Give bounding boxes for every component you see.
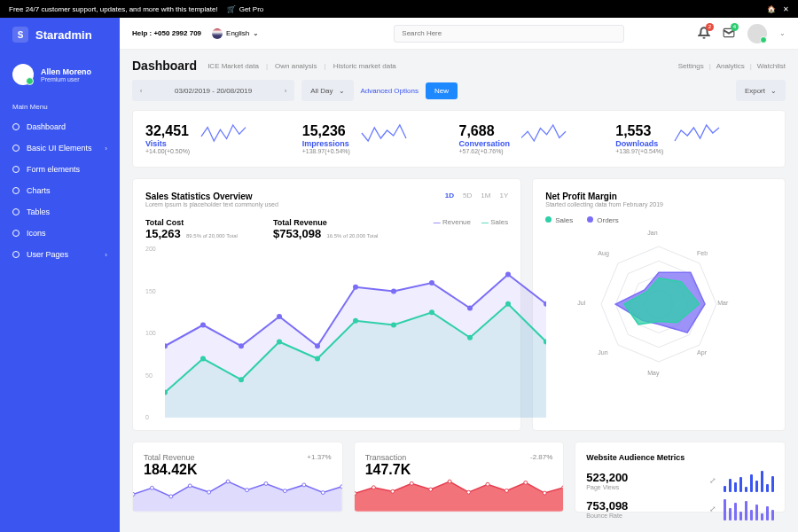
svg-point-55 xyxy=(543,491,546,495)
svg-point-49 xyxy=(428,488,432,491)
circle-icon xyxy=(12,145,20,152)
home-icon[interactable]: 🏠 xyxy=(767,5,776,13)
help-phone: Help : +050 2992 709 xyxy=(132,29,201,37)
sidebar-item-label: Tables xyxy=(27,207,50,216)
promo-bar: Free 24/7 customer support, updates, and… xyxy=(0,0,798,18)
svg-point-23 xyxy=(505,301,511,307)
analytics-link[interactable]: Analytics xyxy=(716,62,745,70)
circle-icon xyxy=(12,251,20,258)
user-role: Premium user xyxy=(41,76,91,82)
breadcrumb-item[interactable]: ICE Market data xyxy=(207,62,259,70)
expand-icon[interactable]: ⤢ xyxy=(709,476,716,485)
mini-trans-value: 147.7K xyxy=(365,462,553,478)
period-dropdown[interactable]: All Day ⌄ xyxy=(301,80,353,101)
tab-1Y[interactable]: 1Y xyxy=(499,192,508,200)
flag-icon xyxy=(212,28,223,39)
menu-label: Main Menu xyxy=(0,98,120,116)
close-icon[interactable]: ✕ xyxy=(783,5,789,13)
pageviews-label: Page Views xyxy=(586,484,628,490)
kpi-visits: 32,451 Visits +14.00(+0.50%) xyxy=(145,123,302,154)
tab-5D[interactable]: 5D xyxy=(463,192,472,200)
sidebar-item-dashboard[interactable]: Dashboard xyxy=(0,116,120,137)
legend-sales: Sales xyxy=(555,216,573,224)
mini-revenue-value: 184.42K xyxy=(144,462,332,478)
sidebar-item-form-elements[interactable]: Form elements xyxy=(0,159,120,180)
page-title: Dashboard xyxy=(132,59,197,73)
timeframe-tabs: 1D5D1M1Y xyxy=(445,192,508,200)
profit-subtitle: Started collecting data from February 20… xyxy=(545,201,772,207)
watchlist-link[interactable]: Watchlist xyxy=(757,62,786,70)
search-input[interactable] xyxy=(394,25,624,43)
messages-button[interactable]: 4 xyxy=(723,27,735,41)
sidebar-item-label: User Pages xyxy=(27,250,68,259)
radar-month-label: Jul xyxy=(577,300,585,306)
svg-point-35 xyxy=(188,484,192,488)
svg-point-8 xyxy=(391,289,396,294)
user-block[interactable]: Allen Moreno Premium user xyxy=(0,51,120,98)
svg-point-34 xyxy=(169,495,173,498)
chevron-right-icon[interactable]: › xyxy=(277,87,294,95)
svg-point-36 xyxy=(207,490,211,494)
new-button[interactable]: New xyxy=(426,82,458,99)
circle-icon xyxy=(12,166,20,173)
sidebar-item-basic-ui-elements[interactable]: Basic UI Elements › xyxy=(0,137,120,159)
avatar xyxy=(12,64,34,85)
svg-point-42 xyxy=(321,491,325,495)
user-menu[interactable] xyxy=(747,24,767,43)
circle-icon xyxy=(12,187,20,194)
notifications-button[interactable]: 2 xyxy=(698,27,710,41)
radar-month-label: Mar xyxy=(717,300,728,306)
svg-point-50 xyxy=(448,480,451,483)
sidebar-item-tables[interactable]: Tables xyxy=(0,201,120,223)
breadcrumb-item[interactable]: Historic market data xyxy=(333,62,396,70)
brand-logo[interactable]: S Staradmin xyxy=(0,18,120,51)
radar-month-label: Jan xyxy=(647,230,657,236)
svg-point-22 xyxy=(467,335,473,340)
kpi-delta: +14.00(+0.50%) xyxy=(145,148,190,154)
kpi-value: 1,553 xyxy=(615,123,663,139)
svg-point-21 xyxy=(429,309,434,315)
breadcrumb-item[interactable]: Own analysis xyxy=(275,62,317,70)
bounce-bars xyxy=(724,497,774,520)
radar-month-label: Jun xyxy=(598,349,607,356)
chevron-down-icon[interactable]: ⌄ xyxy=(779,29,786,37)
svg-point-38 xyxy=(246,489,249,492)
settings-link[interactable]: Settings xyxy=(678,62,704,70)
kpi-value: 7,688 xyxy=(459,123,511,139)
sidebar-item-icons[interactable]: Icons xyxy=(0,223,120,244)
kpi-delta: +138.97(+0.54%) xyxy=(302,148,350,154)
kpi-conversation: 7,688 Conversation +57.62(+0.76%) xyxy=(459,123,616,154)
top-header: Help : +050 2992 709 English ⌄ 2 4 ⌄ xyxy=(120,18,798,50)
tab-1D[interactable]: 1D xyxy=(445,192,454,200)
svg-point-9 xyxy=(429,280,434,286)
breadcrumb: Dashboard ICE Market data| Own analysis|… xyxy=(132,59,786,73)
sidebar: S Staradmin Allen Moreno Premium user Ma… xyxy=(0,18,120,532)
advanced-options-link[interactable]: Advanced Options xyxy=(361,87,419,95)
get-pro-link[interactable]: 🛒 Get Pro xyxy=(227,5,264,13)
radar-chart: JanFebMarAprMayJunJulAug xyxy=(545,224,772,384)
chevron-left-icon[interactable]: ‹ xyxy=(132,87,150,95)
expand-icon[interactable]: ⤢ xyxy=(709,505,716,513)
date-range-picker[interactable]: ‹ 03/02/2019 - 20/08/2019 › xyxy=(132,80,294,101)
export-label: Export xyxy=(745,87,765,95)
legend-sales: Sales xyxy=(481,218,508,226)
svg-point-52 xyxy=(486,482,489,486)
total-revenue-label: Total Revenue xyxy=(273,218,378,227)
chevron-right-icon: › xyxy=(105,145,107,153)
promo-text: Free 24/7 customer support, updates, and… xyxy=(9,5,218,13)
transaction-mini-card: Transaction 147.7K -2.87% xyxy=(354,442,565,512)
chevron-down-icon: ⌄ xyxy=(339,87,345,95)
sidebar-item-user-pages[interactable]: User Pages › xyxy=(0,244,120,265)
tab-1M[interactable]: 1M xyxy=(481,192,490,200)
radar-month-label: May xyxy=(647,370,659,376)
sidebar-item-label: Icons xyxy=(27,229,46,238)
circle-icon xyxy=(12,208,20,215)
sidebar-item-charts[interactable]: Charts xyxy=(0,180,120,201)
total-revenue-sub: 16.5% of 20,000 Total xyxy=(326,233,378,239)
svg-point-39 xyxy=(264,482,268,486)
svg-point-3 xyxy=(200,323,206,328)
bounce-label: Bounce Rate xyxy=(586,512,628,519)
svg-point-4 xyxy=(239,343,244,348)
language-selector[interactable]: English ⌄ xyxy=(212,28,259,39)
export-dropdown[interactable]: Export ⌄ xyxy=(736,80,786,101)
